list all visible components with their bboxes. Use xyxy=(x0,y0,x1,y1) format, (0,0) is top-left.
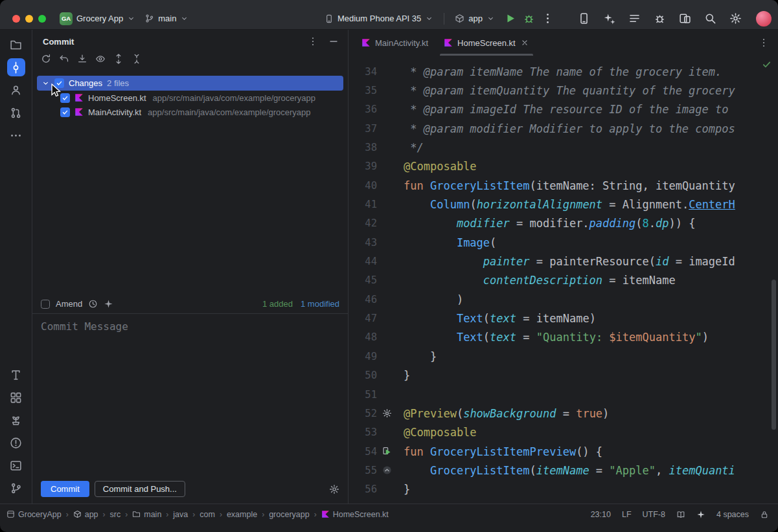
line-number[interactable]: 48 xyxy=(349,331,378,343)
rail-commit-button[interactable] xyxy=(7,58,25,76)
editor-scrollbar[interactable] xyxy=(772,280,776,430)
editor-options-icon[interactable] xyxy=(759,38,769,48)
tab-mainactivity-kt[interactable]: MainActivity.kt xyxy=(354,30,436,56)
inspections-ok-icon[interactable] xyxy=(762,60,772,69)
breadcrumb-item[interactable]: groceryapp xyxy=(269,510,310,519)
line-number[interactable]: 44 xyxy=(349,256,378,267)
breadcrumb-item[interactable]: java xyxy=(173,510,188,519)
line-number[interactable]: 37 xyxy=(349,123,378,135)
code-viewport[interactable]: 34 * @param itemName The name of the gro… xyxy=(349,56,778,504)
user-avatar[interactable] xyxy=(756,11,772,27)
breadcrumb-item[interactable]: GroceryApp xyxy=(6,510,62,519)
settings-button[interactable] xyxy=(727,10,744,27)
amend-checkbox[interactable] xyxy=(41,300,50,309)
rail-pull-requests-button[interactable] xyxy=(7,104,25,122)
line-number[interactable]: 47 xyxy=(349,313,378,324)
task-list-button[interactable] xyxy=(626,10,643,27)
line-number[interactable]: 35 xyxy=(349,85,378,96)
kebab-menu-icon[interactable] xyxy=(308,36,318,47)
reader-mode-icon[interactable] xyxy=(676,510,685,519)
project-selector[interactable]: GA Grocery App xyxy=(55,10,140,27)
file-encoding[interactable]: UTF-8 xyxy=(643,510,665,519)
commit-button[interactable]: Commit xyxy=(41,481,89,497)
line-number[interactable]: 53 xyxy=(349,427,378,438)
history-clock-icon[interactable] xyxy=(88,299,98,309)
line-number[interactable]: 54 xyxy=(349,446,378,458)
expand-all-button[interactable] xyxy=(113,54,124,67)
indent-setting[interactable]: 4 spaces xyxy=(716,510,749,519)
preview-diff-button[interactable] xyxy=(95,54,106,67)
line-number[interactable]: 55 xyxy=(349,465,378,476)
changes-checkbox[interactable] xyxy=(54,78,64,88)
line-number[interactable]: 34 xyxy=(349,66,378,78)
ai-assistant-button[interactable] xyxy=(601,10,617,27)
line-number[interactable]: 38 xyxy=(349,142,378,153)
rail-more-button[interactable] xyxy=(7,126,25,144)
rollback-button[interactable] xyxy=(59,54,69,67)
breadcrumb-item[interactable]: com xyxy=(200,510,215,519)
rail-share-button[interactable] xyxy=(7,81,25,99)
line-number[interactable]: 52 xyxy=(349,408,378,419)
breadcrumb-item[interactable]: main xyxy=(132,510,161,519)
rail-resource-manager-button[interactable] xyxy=(7,388,25,406)
line-number[interactable]: 45 xyxy=(349,274,378,286)
shelve-button[interactable] xyxy=(77,54,87,67)
run-button[interactable] xyxy=(501,10,518,27)
breadcrumb-item[interactable]: example xyxy=(227,510,257,519)
line-number[interactable]: 42 xyxy=(349,217,378,229)
ai-sparkle-icon[interactable] xyxy=(104,299,113,309)
device-mirroring-button[interactable] xyxy=(676,10,693,27)
close-tab-icon[interactable] xyxy=(520,38,529,47)
device-selector[interactable]: Medium Phone API 35 xyxy=(320,12,438,25)
write-lock-icon[interactable] xyxy=(760,510,769,519)
changed-file-row[interactable]: MainActivity.kt app/src/main/java/com/ex… xyxy=(32,105,348,119)
line-number[interactable]: 46 xyxy=(349,294,378,305)
rail-app-inspection-button[interactable] xyxy=(7,411,25,429)
line-ending[interactable]: LF xyxy=(622,510,632,519)
rail-problems-button[interactable] xyxy=(7,434,25,452)
breadcrumb-item[interactable]: src xyxy=(110,510,121,519)
commit-message-input[interactable]: Commit Message xyxy=(32,313,348,476)
caret-position[interactable]: 23:10 xyxy=(591,510,611,519)
line-number[interactable]: 50 xyxy=(349,370,378,381)
file-checkbox[interactable] xyxy=(60,93,70,103)
rail-typography-button[interactable] xyxy=(7,366,25,384)
run-config-selector[interactable]: app xyxy=(450,12,499,25)
changed-file-row[interactable]: HomeScreen.kt app/src/main/java/com/exam… xyxy=(32,91,348,105)
running-devices-button[interactable] xyxy=(575,10,592,27)
search-button[interactable] xyxy=(702,10,718,27)
line-number[interactable]: 51 xyxy=(349,389,378,401)
gutter[interactable] xyxy=(378,447,396,456)
changes-root-row[interactable]: Changes 2 files xyxy=(37,76,343,91)
breadcrumb-item[interactable]: app xyxy=(73,510,98,519)
gutter[interactable] xyxy=(378,408,396,418)
file-checkbox[interactable] xyxy=(60,107,70,117)
gutter[interactable] xyxy=(378,465,396,475)
ai-sparkle-icon[interactable] xyxy=(696,510,705,519)
debug-button[interactable] xyxy=(520,10,537,27)
rail-project-folder-button[interactable] xyxy=(7,36,25,54)
branch-selector[interactable]: main xyxy=(140,12,193,25)
refresh-button[interactable] xyxy=(41,54,51,67)
tab-homescreen-kt[interactable]: HomeScreen.kt xyxy=(436,30,537,56)
line-number[interactable]: 49 xyxy=(349,351,378,362)
bug-report-button[interactable] xyxy=(651,10,668,27)
breadcrumb-item[interactable]: HomeScreen.kt xyxy=(321,510,389,519)
line-number[interactable]: 40 xyxy=(349,180,378,192)
more-actions-button[interactable] xyxy=(539,10,556,27)
collapse-all-button[interactable] xyxy=(132,54,142,67)
line-number[interactable]: 39 xyxy=(349,161,378,172)
hide-panel-icon[interactable] xyxy=(328,36,339,47)
fullscreen-window-button[interactable] xyxy=(38,15,46,23)
line-number[interactable]: 41 xyxy=(349,199,378,210)
line-number[interactable]: 36 xyxy=(349,104,378,115)
gear-icon[interactable] xyxy=(329,484,339,494)
line-number[interactable]: 56 xyxy=(349,483,378,495)
close-window-button[interactable] xyxy=(12,15,20,23)
line-number[interactable]: 43 xyxy=(349,237,378,249)
chevron-down-icon[interactable] xyxy=(41,79,50,87)
commit-and-push-button[interactable]: Commit and Push... xyxy=(95,481,185,497)
rail-version-control-button[interactable] xyxy=(7,479,25,497)
rail-terminal-button[interactable] xyxy=(7,456,25,474)
minimize-window-button[interactable] xyxy=(25,15,33,23)
